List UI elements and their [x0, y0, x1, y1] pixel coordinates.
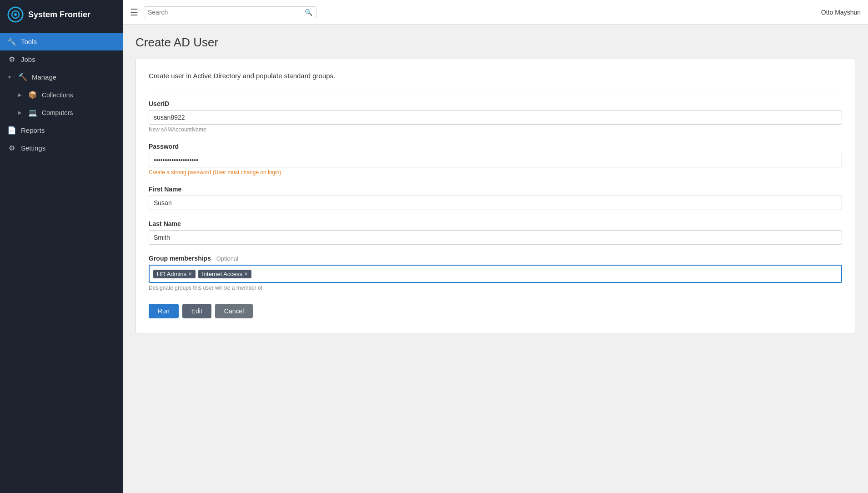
sidebar-label-computers: Computers: [42, 109, 73, 116]
sidebar-item-settings[interactable]: ⚙ Settings: [0, 139, 123, 157]
lastname-input[interactable]: [149, 230, 842, 245]
groups-hint: Designate groups this user will be a mem…: [149, 285, 842, 291]
sidebar-label-collections: Collections: [42, 91, 73, 99]
run-button[interactable]: Run: [149, 304, 179, 318]
app-name: System Frontier: [28, 10, 90, 20]
jobs-icon: ⚙: [7, 55, 16, 64]
main-content: ☰ 🔍 Otto Mayshun Create AD User Create u…: [123, 0, 868, 493]
groups-optional: - Optional: [213, 255, 238, 262]
computers-expander-icon: ▶: [18, 110, 22, 115]
tag-internet-access-label: Internet Access: [202, 271, 242, 277]
tag-hr-admins-remove-icon[interactable]: ×: [188, 271, 192, 277]
firstname-label: First Name: [149, 186, 842, 193]
sidebar-item-tools[interactable]: 🔧 Tools: [0, 33, 123, 50]
settings-icon: ⚙: [7, 144, 16, 152]
sidebar-label-jobs: Jobs: [21, 55, 35, 63]
collections-expander-icon: ▶: [18, 92, 22, 97]
reports-icon: 📄: [7, 126, 16, 135]
tools-icon: 🔧: [7, 37, 16, 46]
form-buttons: Run Edit Cancel: [149, 304, 842, 318]
user-name: Otto Mayshun: [821, 9, 861, 16]
sidebar-item-computers[interactable]: ▶ 💻 Computers: [0, 104, 123, 121]
sidebar-label-tools: Tools: [21, 38, 37, 45]
tag-hr-admins-label: HR Admins: [157, 271, 186, 277]
collections-icon: 📦: [28, 91, 37, 99]
computers-icon: 💻: [28, 108, 37, 117]
userid-input[interactable]: [149, 110, 842, 125]
content-area: Create AD User Create user in Active Dir…: [123, 25, 868, 493]
userid-hint: New sAMAccountName: [149, 126, 842, 133]
topbar: ☰ 🔍 Otto Mayshun: [123, 0, 868, 25]
search-icon[interactable]: 🔍: [305, 9, 312, 16]
manage-icon: 🔨: [18, 73, 27, 81]
sidebar-label-manage: Manage: [32, 73, 56, 81]
search-input[interactable]: [148, 9, 305, 16]
form-card: Create user in Active Directory and popu…: [135, 59, 855, 333]
groups-tags-input[interactable]: HR Admins × Internet Access ×: [149, 265, 842, 283]
search-wrapper[interactable]: 🔍: [144, 6, 316, 18]
page-title: Create AD User: [135, 35, 855, 50]
sidebar-label-settings: Settings: [21, 144, 45, 152]
tag-internet-access-remove-icon[interactable]: ×: [244, 271, 248, 277]
sidebar-label-reports: Reports: [21, 126, 45, 134]
password-label: Password: [149, 143, 842, 150]
manage-expander-icon: ▼: [7, 75, 12, 80]
sidebar: System Frontier 🔧 Tools ⚙ Jobs ▼ 🔨 Manag…: [0, 0, 123, 493]
userid-label: UserID: [149, 100, 842, 107]
lastname-group: Last Name: [149, 220, 842, 245]
app-logo-icon: [7, 6, 24, 23]
cancel-button[interactable]: Cancel: [215, 304, 253, 318]
userid-group: UserID New sAMAccountName: [149, 100, 842, 133]
password-group: Password Create a strong password (User …: [149, 143, 842, 176]
tag-internet-access[interactable]: Internet Access ×: [198, 270, 251, 278]
password-hint: Create a strong password (User must chan…: [149, 169, 842, 176]
firstname-group: First Name: [149, 186, 842, 210]
firstname-input[interactable]: [149, 196, 842, 210]
edit-button[interactable]: Edit: [182, 304, 211, 318]
sidebar-item-jobs[interactable]: ⚙ Jobs: [0, 50, 123, 68]
sidebar-nav: 🔧 Tools ⚙ Jobs ▼ 🔨 Manage ▶ 📦 Collection…: [0, 29, 123, 493]
sidebar-item-manage[interactable]: ▼ 🔨 Manage: [0, 68, 123, 86]
hamburger-icon[interactable]: ☰: [130, 7, 138, 18]
tag-hr-admins[interactable]: HR Admins ×: [153, 270, 196, 278]
svg-point-2: [14, 13, 17, 16]
groups-group: Group memberships - Optional HR Admins ×…: [149, 255, 842, 291]
sidebar-item-reports[interactable]: 📄 Reports: [0, 121, 123, 139]
sidebar-item-collections[interactable]: ▶ 📦 Collections: [0, 86, 123, 104]
groups-label: Group memberships - Optional: [149, 255, 842, 262]
password-input[interactable]: [149, 153, 842, 167]
lastname-label: Last Name: [149, 220, 842, 227]
form-description: Create user in Active Directory and popu…: [149, 72, 842, 89]
sidebar-logo[interactable]: System Frontier: [0, 0, 123, 29]
